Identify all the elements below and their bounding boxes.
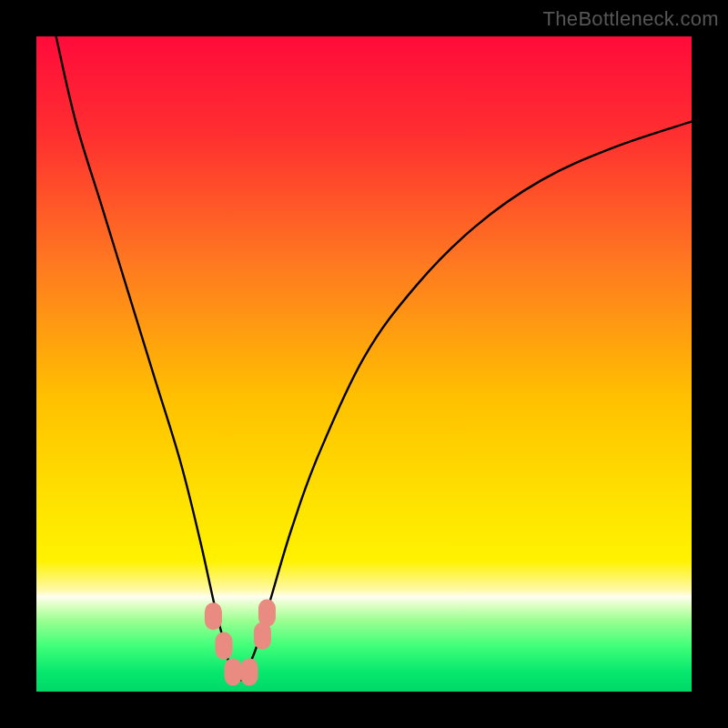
- data-marker: [225, 658, 242, 685]
- data-marker: [258, 600, 276, 627]
- data-marker: [215, 632, 232, 660]
- chart-frame: TheBottleneck.com: [0, 0, 728, 728]
- plot-area: [36, 36, 692, 692]
- bottleneck-curve: [56, 36, 692, 681]
- watermark-text: TheBottleneck.com: [543, 7, 719, 31]
- data-marker: [241, 658, 258, 685]
- curve-layer: [36, 36, 692, 692]
- markers-group: [205, 600, 276, 686]
- data-marker: [205, 602, 222, 630]
